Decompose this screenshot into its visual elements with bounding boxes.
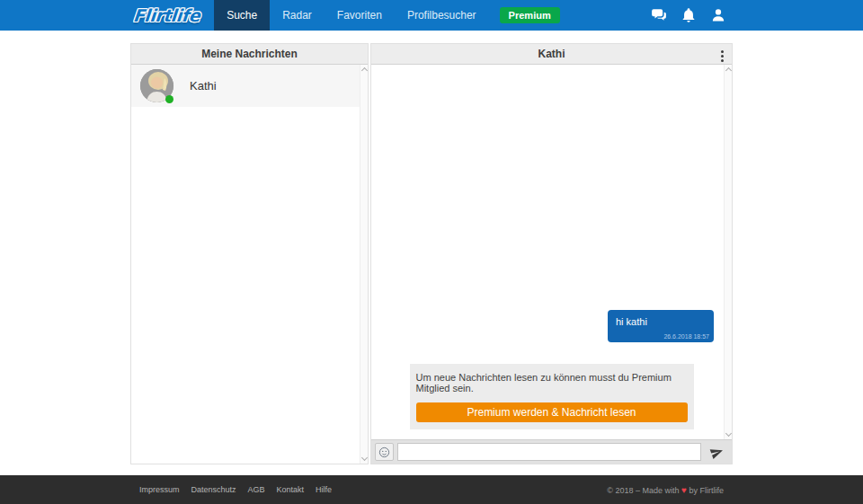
chat-title: Kathi (538, 48, 565, 60)
message-text: hi kathi (616, 316, 647, 327)
premium-upgrade-button[interactable]: Premium werden & Nachricht lesen (416, 402, 688, 422)
footer-links: Impressum Datenschutz AGB Kontakt Hilfe (139, 485, 332, 494)
navbar-icons (651, 0, 863, 31)
nav-item-label: Radar (282, 9, 312, 22)
conversation-list: Kathi (131, 65, 368, 464)
page-footer: Impressum Datenschutz AGB Kontakt Hilfe … (0, 475, 863, 504)
scroll-down-icon[interactable] (725, 430, 732, 437)
smiley-icon (378, 447, 390, 458)
chat-panel: Kathi hi kathi 26.6.2018 18:57 Um neue N… (370, 43, 733, 464)
scroll-up-icon[interactable] (725, 67, 732, 74)
conversations-title: Meine Nachrichten (201, 48, 298, 60)
footer-link-kontakt[interactable]: Kontakt (277, 485, 305, 494)
chat-header: Kathi (371, 44, 732, 65)
footer-link-impressum[interactable]: Impressum (139, 485, 180, 494)
message-timestamp: 26.6.2018 18:57 (663, 333, 709, 340)
footer-link-datenschutz[interactable]: Datenschutz (191, 485, 236, 494)
nav-item-suche[interactable]: Suche (214, 0, 270, 31)
premium-notice: Um neue Nachrichten lesen zu können muss… (410, 364, 694, 429)
message-input-bar (371, 439, 732, 464)
nav-item-favoriten[interactable]: Favoriten (325, 0, 395, 31)
scroll-up-icon[interactable] (361, 67, 368, 74)
top-navbar: Flirtlife Suche Radar Favoriten Profilbe… (0, 0, 863, 31)
premium-notice-text: Um neue Nachrichten lesen zu können muss… (416, 372, 688, 393)
profile-icon[interactable] (710, 7, 726, 23)
nav-item-label: Suche (227, 9, 257, 22)
chat-scrollbar[interactable] (724, 65, 732, 439)
copyright-text: © 2018 – Made with ♥ by Flirtlife (607, 485, 724, 495)
kebab-menu-icon[interactable] (719, 49, 725, 64)
chat-messages-area: hi kathi 26.6.2018 18:57 Um neue Nachric… (371, 65, 732, 439)
scroll-down-icon[interactable] (361, 455, 368, 461)
flirtlife-logo[interactable]: Flirtlife (132, 5, 200, 25)
outgoing-message-bubble: hi kathi 26.6.2018 18:57 (608, 310, 714, 342)
conversations-panel: Meine Nachrichten Kathi (130, 43, 369, 464)
message-input[interactable] (397, 443, 701, 461)
conversation-list-scrollbar[interactable] (360, 65, 368, 464)
nav-item-label: Favoriten (337, 9, 382, 22)
heart-icon: ♥ (681, 485, 687, 495)
nav-item-label: Profilbesucher (407, 9, 476, 22)
footer-link-agb[interactable]: AGB (248, 485, 265, 494)
messenger-layout: Meine Nachrichten Kathi (130, 43, 733, 464)
messages-icon[interactable] (651, 7, 667, 23)
online-status-dot (165, 95, 173, 103)
nav-item-profilbesucher[interactable]: Profilbesucher (395, 0, 489, 31)
nav-item-radar[interactable]: Radar (270, 0, 325, 31)
send-button[interactable] (705, 443, 728, 461)
conversation-name: Kathi (190, 79, 217, 93)
avatar (140, 69, 173, 102)
footer-link-hilfe[interactable]: Hilfe (316, 485, 332, 494)
premium-button[interactable]: Premium (500, 7, 560, 23)
notifications-icon[interactable] (681, 7, 697, 23)
conversations-header: Meine Nachrichten (131, 44, 368, 65)
emoji-button[interactable] (375, 443, 394, 461)
conversation-row-kathi[interactable]: Kathi (131, 65, 368, 107)
send-icon (707, 443, 725, 460)
